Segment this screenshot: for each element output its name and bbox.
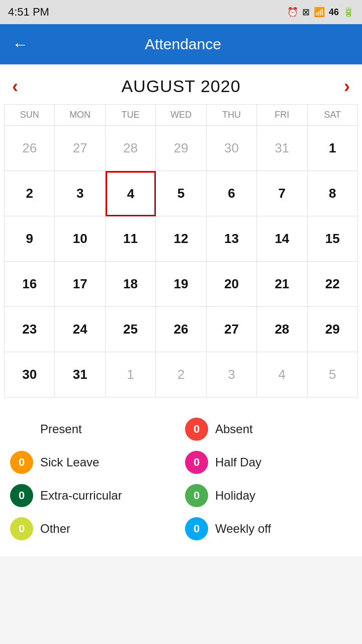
calendar-cell[interactable]: 25: [106, 307, 156, 352]
legend-other: 0 Other: [10, 517, 177, 540]
calendar-container: ‹ AUGUST 2020 › SUN MON TUE WED THU FRI …: [0, 64, 362, 406]
legend-other-count: 0: [19, 522, 25, 535]
legend-extra-curricular: 0 Extra-curricular: [10, 484, 177, 507]
close-icon: ⊠: [302, 7, 310, 18]
month-navigation: ‹ AUGUST 2020 ›: [4, 72, 358, 104]
calendar-cell[interactable]: 2: [5, 171, 55, 216]
day-header-sun: SUN: [5, 105, 55, 126]
day-header-mon: MON: [55, 105, 105, 126]
month-title: AUGUST 2020: [121, 76, 240, 96]
calendar-cell[interactable]: 14: [257, 216, 307, 262]
calendar-cell[interactable]: 31: [257, 126, 307, 171]
legend-absent: 0 Absent: [185, 418, 352, 441]
app-bar: ← Attendance: [0, 24, 362, 64]
calendar-cell[interactable]: 16: [5, 262, 55, 307]
calendar-cell[interactable]: 20: [207, 262, 257, 307]
day-header-wed: WED: [156, 105, 206, 126]
legend-halfday-badge: 0: [185, 451, 208, 474]
calendar-cell[interactable]: 17: [55, 262, 105, 307]
back-button[interactable]: ←: [12, 36, 28, 52]
app-title: Attendance: [38, 36, 328, 53]
calendar-cell[interactable]: 19: [156, 262, 206, 307]
calendar-cell[interactable]: 13: [207, 216, 257, 262]
calendar-cell[interactable]: 7: [257, 171, 307, 216]
calendar-cell[interactable]: 6: [207, 171, 257, 216]
status-time: 4:51 PM: [8, 6, 49, 19]
alarm-icon: ⏰: [287, 7, 298, 18]
calendar-cell[interactable]: 5: [156, 171, 206, 216]
status-bar: 4:51 PM ⏰ ⊠ 📶 46 🔋: [0, 0, 362, 24]
calendar-cell[interactable]: 3: [207, 352, 257, 397]
status-icons: ⏰ ⊠ 📶 46 🔋: [287, 7, 354, 18]
calendar-cell[interactable]: 21: [257, 262, 307, 307]
calendar-cell[interactable]: 5: [308, 352, 358, 397]
legend-present: Present: [10, 418, 177, 441]
calendar-cell[interactable]: 26: [156, 307, 206, 352]
calendar-cell[interactable]: 11: [106, 216, 156, 262]
legend-extra-badge: 0: [10, 484, 33, 507]
legend-holiday-badge: 0: [185, 484, 208, 507]
legend-absent-label: Absent: [215, 422, 253, 436]
calendar-grid: 2627282930311234567891011121314151617181…: [4, 126, 358, 397]
legend-absent-count: 0: [194, 423, 200, 436]
legend-sick-count: 0: [19, 456, 25, 469]
legend-sick-leave: 0 Sick Leave: [10, 451, 177, 474]
legend-weekly-off: 0 Weekly off: [185, 517, 352, 540]
legend-sick-badge: 0: [10, 451, 33, 474]
prev-month-button[interactable]: ‹: [12, 77, 18, 96]
legend-other-badge: 0: [10, 517, 33, 540]
calendar-cell[interactable]: 1: [308, 126, 358, 171]
calendar-cell[interactable]: 23: [5, 307, 55, 352]
calendar-cell[interactable]: 28: [257, 307, 307, 352]
calendar-cell[interactable]: 31: [55, 352, 105, 397]
legend-half-day: 0 Half Day: [185, 451, 352, 474]
legend-holiday: 0 Holiday: [185, 484, 352, 507]
calendar-cell[interactable]: 27: [55, 126, 105, 171]
legend-present-label: Present: [40, 422, 82, 436]
legend-holiday-label: Holiday: [215, 489, 255, 503]
calendar-cell[interactable]: 15: [308, 216, 358, 262]
calendar-cell[interactable]: 18: [106, 262, 156, 307]
calendar-cell[interactable]: 8: [308, 171, 358, 216]
legend-holiday-count: 0: [194, 489, 200, 502]
calendar-cell[interactable]: 30: [207, 126, 257, 171]
calendar-cell[interactable]: 29: [308, 307, 358, 352]
day-header-sat: SAT: [308, 105, 358, 126]
legend-halfday-label: Half Day: [215, 455, 261, 469]
calendar-cell[interactable]: 3: [55, 171, 105, 216]
calendar-cell[interactable]: 26: [5, 126, 55, 171]
calendar-cell[interactable]: 4: [106, 171, 156, 216]
day-headers: SUN MON TUE WED THU FRI SAT: [4, 104, 358, 126]
day-header-fri: FRI: [257, 105, 307, 126]
calendar-cell[interactable]: 27: [207, 307, 257, 352]
calendar-cell[interactable]: 10: [55, 216, 105, 262]
day-header-tue: TUE: [106, 105, 156, 126]
legend-weeklyoff-badge: 0: [185, 517, 208, 540]
calendar-cell[interactable]: 22: [308, 262, 358, 307]
battery-indicator: 46: [329, 7, 339, 18]
legend-absent-badge: 0: [185, 418, 208, 441]
calendar-cell[interactable]: 12: [156, 216, 206, 262]
legend-container: Present 0 Absent 0 Sick Leave 0 Half Day…: [0, 406, 362, 556]
calendar-cell[interactable]: 1: [106, 352, 156, 397]
legend-weeklyoff-label: Weekly off: [215, 522, 271, 536]
battery-icon: 🔋: [343, 7, 354, 18]
calendar-cell[interactable]: 4: [257, 352, 307, 397]
wifi-icon: 📶: [314, 7, 325, 18]
legend-sick-label: Sick Leave: [40, 455, 99, 469]
legend-weeklyoff-count: 0: [194, 522, 200, 535]
day-header-thu: THU: [207, 105, 257, 126]
legend-extra-count: 0: [19, 489, 25, 502]
calendar-cell[interactable]: 29: [156, 126, 206, 171]
next-month-button[interactable]: ›: [344, 77, 350, 96]
legend-other-label: Other: [40, 522, 70, 536]
calendar-cell[interactable]: 2: [156, 352, 206, 397]
legend-halfday-count: 0: [194, 456, 200, 469]
calendar-cell[interactable]: 28: [106, 126, 156, 171]
calendar-cell[interactable]: 9: [5, 216, 55, 262]
legend-extra-label: Extra-curricular: [40, 489, 122, 503]
calendar-cell[interactable]: 24: [55, 307, 105, 352]
calendar-cell[interactable]: 30: [5, 352, 55, 397]
